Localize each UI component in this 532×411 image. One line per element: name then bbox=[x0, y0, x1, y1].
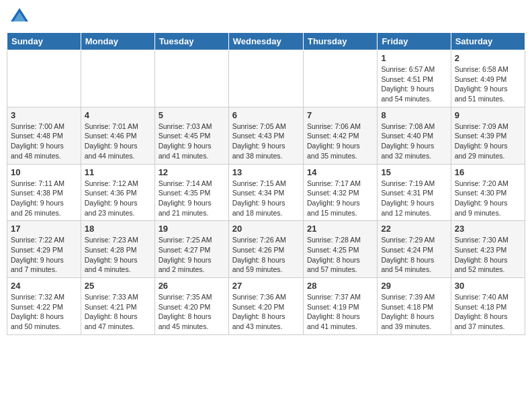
day-number: 6 bbox=[232, 110, 300, 120]
calendar-cell: 18Sunrise: 7:23 AMSunset: 4:28 PMDayligh… bbox=[81, 221, 154, 278]
day-info: Sunrise: 7:29 AMSunset: 4:24 PMDaylight:… bbox=[381, 235, 447, 275]
calendar-cell: 30Sunrise: 7:40 AMSunset: 4:18 PMDayligh… bbox=[451, 278, 525, 335]
calendar-cell bbox=[228, 50, 303, 107]
calendar-cell: 4Sunrise: 7:01 AMSunset: 4:46 PMDaylight… bbox=[81, 107, 154, 164]
day-info: Sunrise: 7:15 AMSunset: 4:34 PMDaylight:… bbox=[232, 179, 300, 218]
day-info: Sunrise: 7:11 AMSunset: 4:38 PMDaylight:… bbox=[11, 179, 77, 218]
day-info: Sunrise: 7:22 AMSunset: 4:29 PMDaylight:… bbox=[11, 235, 77, 275]
calendar-week-row: 10Sunrise: 7:11 AMSunset: 4:38 PMDayligh… bbox=[7, 164, 525, 221]
day-number: 26 bbox=[159, 281, 225, 291]
logo-icon bbox=[9, 7, 30, 27]
calendar-day-header: Friday bbox=[378, 33, 451, 50]
day-info: Sunrise: 7:19 AMSunset: 4:31 PMDaylight:… bbox=[381, 179, 447, 218]
day-info: Sunrise: 7:26 AMSunset: 4:26 PMDaylight:… bbox=[232, 235, 300, 275]
calendar-day-header: Monday bbox=[81, 33, 154, 50]
day-number: 21 bbox=[307, 224, 373, 234]
calendar-cell: 10Sunrise: 7:11 AMSunset: 4:38 PMDayligh… bbox=[7, 164, 81, 221]
calendar-table: SundayMondayTuesdayWednesdayThursdayFrid… bbox=[7, 32, 525, 335]
day-number: 27 bbox=[232, 281, 300, 291]
calendar-cell bbox=[81, 50, 154, 107]
calendar-cell bbox=[303, 50, 377, 107]
calendar-cell: 28Sunrise: 7:37 AMSunset: 4:19 PMDayligh… bbox=[303, 278, 377, 335]
calendar-cell: 8Sunrise: 7:08 AMSunset: 4:40 PMDaylight… bbox=[378, 107, 451, 164]
day-info: Sunrise: 7:14 AMSunset: 4:35 PMDaylight:… bbox=[159, 179, 225, 218]
day-info: Sunrise: 7:25 AMSunset: 4:27 PMDaylight:… bbox=[159, 235, 225, 275]
calendar-day-header: Saturday bbox=[451, 33, 525, 50]
calendar-cell: 15Sunrise: 7:19 AMSunset: 4:31 PMDayligh… bbox=[378, 164, 451, 221]
day-number: 1 bbox=[381, 53, 447, 63]
calendar-cell: 16Sunrise: 7:20 AMSunset: 4:30 PMDayligh… bbox=[451, 164, 525, 221]
day-number: 12 bbox=[159, 167, 225, 177]
day-number: 18 bbox=[85, 224, 151, 234]
day-number: 15 bbox=[381, 167, 447, 177]
day-info: Sunrise: 7:37 AMSunset: 4:19 PMDaylight:… bbox=[307, 292, 373, 332]
day-info: Sunrise: 7:06 AMSunset: 4:42 PMDaylight:… bbox=[307, 122, 373, 161]
day-number: 28 bbox=[307, 281, 373, 291]
day-info: Sunrise: 7:30 AMSunset: 4:23 PMDaylight:… bbox=[455, 235, 521, 275]
day-info: Sunrise: 7:36 AMSunset: 4:20 PMDaylight:… bbox=[232, 292, 300, 332]
day-info: Sunrise: 7:12 AMSunset: 4:36 PMDaylight:… bbox=[85, 179, 151, 218]
day-info: Sunrise: 7:32 AMSunset: 4:22 PMDaylight:… bbox=[11, 292, 77, 332]
calendar-cell: 12Sunrise: 7:14 AMSunset: 4:35 PMDayligh… bbox=[154, 164, 228, 221]
day-info: Sunrise: 7:08 AMSunset: 4:40 PMDaylight:… bbox=[381, 122, 447, 161]
calendar-cell: 24Sunrise: 7:32 AMSunset: 4:22 PMDayligh… bbox=[7, 278, 81, 335]
day-info: Sunrise: 6:58 AMSunset: 4:49 PMDaylight:… bbox=[455, 64, 521, 104]
day-number: 3 bbox=[11, 110, 77, 120]
page-header bbox=[7, 7, 525, 27]
calendar-day-header: Wednesday bbox=[228, 33, 303, 50]
calendar-day-header: Thursday bbox=[303, 33, 377, 50]
logo bbox=[9, 7, 32, 27]
day-number: 20 bbox=[232, 224, 300, 234]
day-number: 19 bbox=[159, 224, 225, 234]
calendar-week-row: 24Sunrise: 7:32 AMSunset: 4:22 PMDayligh… bbox=[7, 278, 525, 335]
day-number: 22 bbox=[381, 224, 447, 234]
calendar-week-row: 1Sunrise: 6:57 AMSunset: 4:51 PMDaylight… bbox=[7, 50, 525, 107]
calendar-cell bbox=[154, 50, 228, 107]
day-number: 4 bbox=[85, 110, 151, 120]
calendar-cell: 6Sunrise: 7:05 AMSunset: 4:43 PMDaylight… bbox=[228, 107, 303, 164]
day-info: Sunrise: 7:39 AMSunset: 4:18 PMDaylight:… bbox=[381, 292, 447, 332]
calendar-week-row: 17Sunrise: 7:22 AMSunset: 4:29 PMDayligh… bbox=[7, 221, 525, 278]
day-info: Sunrise: 7:05 AMSunset: 4:43 PMDaylight:… bbox=[232, 122, 300, 161]
calendar-cell: 17Sunrise: 7:22 AMSunset: 4:29 PMDayligh… bbox=[7, 221, 81, 278]
day-number: 16 bbox=[455, 167, 521, 177]
calendar-cell: 7Sunrise: 7:06 AMSunset: 4:42 PMDaylight… bbox=[303, 107, 377, 164]
calendar-cell: 14Sunrise: 7:17 AMSunset: 4:32 PMDayligh… bbox=[303, 164, 377, 221]
calendar-cell: 2Sunrise: 6:58 AMSunset: 4:49 PMDaylight… bbox=[451, 50, 525, 107]
calendar-cell: 29Sunrise: 7:39 AMSunset: 4:18 PMDayligh… bbox=[378, 278, 451, 335]
calendar-day-header: Tuesday bbox=[154, 33, 228, 50]
day-info: Sunrise: 7:28 AMSunset: 4:25 PMDaylight:… bbox=[307, 235, 373, 275]
calendar-cell: 27Sunrise: 7:36 AMSunset: 4:20 PMDayligh… bbox=[228, 278, 303, 335]
day-info: Sunrise: 7:40 AMSunset: 4:18 PMDaylight:… bbox=[455, 292, 521, 332]
calendar-cell: 20Sunrise: 7:26 AMSunset: 4:26 PMDayligh… bbox=[228, 221, 303, 278]
day-number: 25 bbox=[85, 281, 151, 291]
day-number: 2 bbox=[455, 53, 521, 63]
day-number: 9 bbox=[455, 110, 521, 120]
day-number: 24 bbox=[11, 281, 77, 291]
day-number: 7 bbox=[307, 110, 373, 120]
calendar-cell: 13Sunrise: 7:15 AMSunset: 4:34 PMDayligh… bbox=[228, 164, 303, 221]
day-info: Sunrise: 7:03 AMSunset: 4:45 PMDaylight:… bbox=[159, 122, 225, 161]
day-info: Sunrise: 7:23 AMSunset: 4:28 PMDaylight:… bbox=[85, 235, 151, 275]
calendar-week-row: 3Sunrise: 7:00 AMSunset: 4:48 PMDaylight… bbox=[7, 107, 525, 164]
calendar-cell bbox=[7, 50, 81, 107]
calendar-day-header: Sunday bbox=[7, 33, 81, 50]
calendar-cell: 11Sunrise: 7:12 AMSunset: 4:36 PMDayligh… bbox=[81, 164, 154, 221]
day-info: Sunrise: 6:57 AMSunset: 4:51 PMDaylight:… bbox=[381, 64, 447, 104]
day-number: 23 bbox=[455, 224, 521, 234]
day-info: Sunrise: 7:20 AMSunset: 4:30 PMDaylight:… bbox=[455, 179, 521, 218]
calendar-cell: 25Sunrise: 7:33 AMSunset: 4:21 PMDayligh… bbox=[81, 278, 154, 335]
day-info: Sunrise: 7:09 AMSunset: 4:39 PMDaylight:… bbox=[455, 122, 521, 161]
calendar-cell: 9Sunrise: 7:09 AMSunset: 4:39 PMDaylight… bbox=[451, 107, 525, 164]
day-info: Sunrise: 7:33 AMSunset: 4:21 PMDaylight:… bbox=[85, 292, 151, 332]
day-number: 13 bbox=[232, 167, 300, 177]
day-number: 10 bbox=[11, 167, 77, 177]
calendar-cell: 5Sunrise: 7:03 AMSunset: 4:45 PMDaylight… bbox=[154, 107, 228, 164]
calendar-header-row: SundayMondayTuesdayWednesdayThursdayFrid… bbox=[7, 33, 525, 50]
calendar-cell: 21Sunrise: 7:28 AMSunset: 4:25 PMDayligh… bbox=[303, 221, 377, 278]
day-number: 14 bbox=[307, 167, 373, 177]
calendar-cell: 19Sunrise: 7:25 AMSunset: 4:27 PMDayligh… bbox=[154, 221, 228, 278]
calendar-cell: 3Sunrise: 7:00 AMSunset: 4:48 PMDaylight… bbox=[7, 107, 81, 164]
day-number: 30 bbox=[455, 281, 521, 291]
calendar-cell: 22Sunrise: 7:29 AMSunset: 4:24 PMDayligh… bbox=[378, 221, 451, 278]
